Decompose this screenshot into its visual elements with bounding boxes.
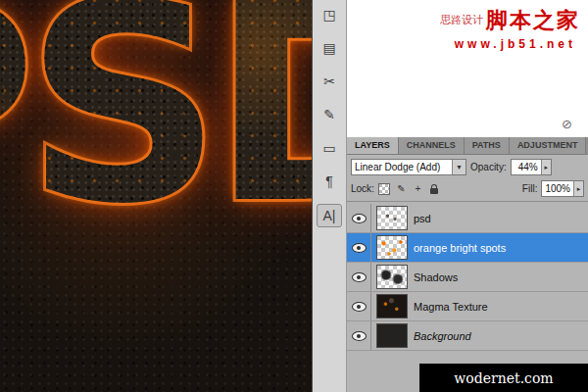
tools-panel: ◳ ▤ ✂ ✎ ▭ ¶ A| [312, 0, 347, 392]
eye-icon [352, 302, 367, 312]
layer-list: psd orange bright spots Shadows Magma Te… [347, 204, 588, 351]
lock-position-icon: + [415, 183, 420, 194]
fill-slider-arrow-icon[interactable]: ▸ [573, 181, 583, 196]
logo-brand-text: 脚本之家 [486, 8, 580, 32]
site-logo: 思路设计脚本之家 www.jb51.net [440, 6, 580, 51]
fill-field[interactable]: 100% ▸ [541, 180, 584, 197]
layer-thumbnail[interactable] [376, 206, 408, 230]
tab-adjustment[interactable]: ADJUSTMENT [510, 137, 587, 154]
lock-paint-button[interactable]: ✎ [395, 182, 408, 195]
visibility-toggle[interactable] [347, 233, 371, 262]
paragraph-icon: ¶ [325, 173, 333, 189]
tab-channels[interactable]: CHANNELS [399, 137, 465, 154]
layer-name: Magma Texture [414, 301, 488, 313]
visibility-toggle[interactable] [347, 204, 371, 232]
lock-position-button[interactable]: + [412, 182, 424, 195]
opacity-field[interactable]: 44% ▸ [511, 159, 552, 175]
layer-thumbnail[interactable] [376, 235, 408, 260]
tab-paths[interactable]: PATHS [465, 137, 510, 154]
notes-tool-icon: ▭ [322, 140, 335, 156]
eyedropper-tool-button[interactable]: ✎ [318, 104, 341, 125]
lock-transparency-icon [378, 183, 390, 195]
layer-name: orange bright spots [414, 242, 506, 254]
photoshop-screenshot: PSD PSD ◳ ▤ ✂ ✎ ▭ ¶ A| 思路设计脚本之家 www.jb51… [0, 0, 588, 392]
tab-layers[interactable]: LAYERS [347, 137, 399, 154]
bottom-watermark: wodernet.com [419, 364, 588, 392]
scissors-tool-icon: ✂ [323, 74, 335, 89]
lock-transparency-button[interactable] [378, 182, 391, 195]
visibility-toggle[interactable] [347, 292, 371, 320]
lock-row: Lock: ✎ + Fill: 100% ▸ [347, 178, 588, 202]
crop-tool-button[interactable]: ◳ [318, 4, 341, 25]
lava-text: PSD [0, 0, 312, 241]
visibility-toggle[interactable] [347, 263, 371, 291]
layer-row-shadows[interactable]: Shadows [347, 263, 588, 292]
layer-name: Background [414, 330, 471, 342]
layer-name: psd [414, 213, 431, 224]
fill-value: 100% [542, 183, 573, 194]
layer-row-psd[interactable]: psd [347, 204, 588, 233]
panel-collapse-icon[interactable]: ⊘ [562, 117, 572, 131]
lock-icon [430, 188, 438, 194]
layer-thumbnail[interactable] [376, 294, 408, 318]
paragraph-tool-button[interactable]: ¶ [318, 171, 341, 192]
opacity-slider-arrow-icon[interactable]: ▸ [541, 160, 551, 174]
canvas-area[interactable]: PSD PSD [0, 0, 312, 392]
layer-thumbnail[interactable] [376, 323, 408, 348]
layer-row-orange-bright-spots[interactable]: orange bright spots [347, 233, 588, 263]
fill-label: Fill: [522, 183, 538, 194]
layer-name: Shadows [414, 271, 458, 283]
logo-prefix-text: 思路设计 [440, 14, 483, 25]
notes-tool-button[interactable]: ▭ [318, 137, 341, 159]
scissors-tool-button[interactable]: ✂ [318, 71, 341, 92]
eye-icon [352, 214, 367, 223]
eye-icon [352, 272, 367, 282]
blend-mode-select[interactable]: Linear Dodge (Add) ▼ [351, 159, 466, 175]
layer-row-background[interactable]: Background [347, 321, 588, 351]
layer-row-magma-texture[interactable]: Magma Texture [347, 292, 588, 321]
visibility-toggle[interactable] [347, 321, 371, 350]
lock-paint-icon: ✎ [397, 183, 405, 194]
slice-tool-icon: ▤ [322, 40, 335, 56]
blend-mode-value: Linear Dodge (Add) [352, 162, 452, 172]
lock-label: Lock: [351, 183, 374, 194]
type-tool-button[interactable]: A| [317, 204, 342, 227]
eyedropper-tool-icon: ✎ [323, 107, 335, 122]
eye-icon [352, 243, 367, 253]
layer-thumbnail[interactable] [376, 265, 408, 289]
eye-icon [352, 331, 367, 341]
layers-panel: LAYERS CHANNELS PATHS ADJUSTMENT Linear … [347, 137, 588, 392]
logo-url-text: www.jb51.net [440, 37, 576, 51]
right-column: 思路设计脚本之家 www.jb51.net ⊘ LAYERS CHANNELS … [347, 0, 588, 392]
opacity-label: Opacity: [470, 162, 507, 172]
slice-tool-button[interactable]: ▤ [318, 37, 341, 59]
chevron-down-icon[interactable]: ▼ [452, 160, 466, 174]
crop-tool-icon: ◳ [322, 7, 335, 23]
opacity-value: 44% [512, 162, 541, 172]
lock-all-button[interactable] [428, 182, 441, 195]
type-tool-icon: A| [323, 208, 336, 223]
blend-mode-row: Linear Dodge (Add) ▼ Opacity: 44% ▸ [347, 155, 588, 178]
panel-tab-bar: LAYERS CHANNELS PATHS ADJUSTMENT [347, 137, 588, 155]
site-watermark-top: 思路设计脚本之家 www.jb51.net ⊘ [347, 0, 588, 137]
